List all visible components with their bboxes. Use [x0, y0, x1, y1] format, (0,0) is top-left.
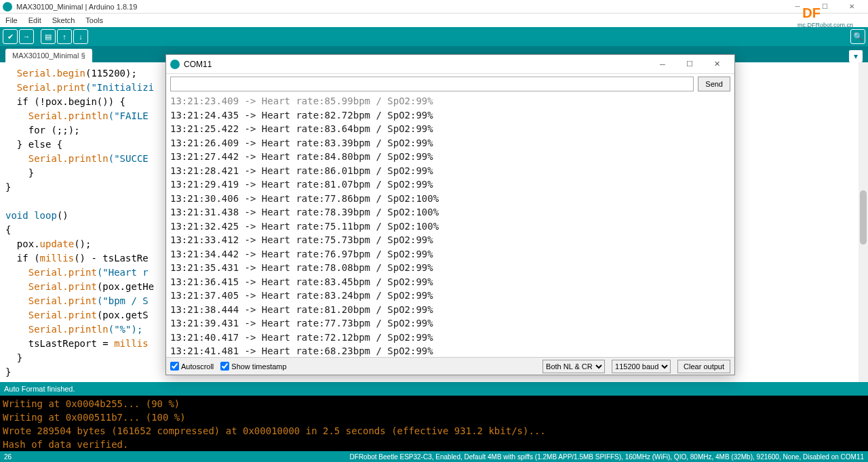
serial-line: 13:21:35.431 -> Heart rate:78.08bpm / Sp… — [170, 261, 730, 275]
serial-title: COM11 — [184, 60, 649, 69]
window-title: MAX30100_Minimal | Arduino 1.8.19 — [16, 3, 784, 11]
timestamp-input[interactable] — [220, 362, 229, 371]
code-line: for (;;); — [5, 125, 80, 135]
verify-button[interactable]: ✔ — [3, 29, 18, 44]
timestamp-checkbox[interactable]: Show timestamp — [220, 362, 286, 371]
board-info: DFRobot Beetle ESP32-C3, Enabled, Defaul… — [350, 453, 864, 461]
code-token: .println — [62, 153, 108, 164]
code-token: pox. — [5, 238, 40, 249]
serial-close-button[interactable]: ✕ — [703, 56, 730, 72]
autoscroll-checkbox[interactable]: Autoscroll — [170, 362, 214, 371]
code-token: Serial — [5, 110, 62, 121]
sketch-tab[interactable]: MAX30100_Minimal § — [5, 49, 92, 62]
vertical-scrollbar[interactable] — [859, 62, 868, 382]
serial-line: 13:21:26.409 -> Heart rate:83.39bpm / Sp… — [170, 136, 730, 150]
timestamp-label: Show timestamp — [231, 362, 286, 371]
code-token: Serial — [5, 310, 62, 320]
console-line: Hash of data verified. — [3, 439, 128, 450]
scrollbar-thumb[interactable] — [860, 190, 867, 245]
code-token: void — [5, 210, 34, 221]
serial-line: 13:21:28.421 -> Heart rate:86.01bpm / Sp… — [170, 164, 730, 178]
menu-edit[interactable]: Edit — [26, 15, 44, 26]
code-token: ("Heart r — [97, 267, 149, 278]
serial-line: 13:21:40.417 -> Heart rate:72.12bpm / Sp… — [170, 331, 730, 345]
main-titlebar: MAX30100_Minimal | Arduino 1.8.19 ─ ☐ ✕ — [0, 0, 868, 14]
serial-line: 13:21:23.409 -> Heart rate:85.99bpm / Sp… — [170, 94, 730, 108]
serial-line: 13:21:33.412 -> Heart rate:75.73bpm / Sp… — [170, 233, 730, 247]
serial-line: 13:21:36.415 -> Heart rate:83.45bpm / Sp… — [170, 275, 730, 289]
code-token: Serial — [5, 82, 51, 93]
autoscroll-input[interactable] — [170, 362, 179, 371]
serial-line: 13:21:29.419 -> Heart rate:81.07bpm / Sp… — [170, 177, 730, 192]
tab-menu-button[interactable]: ▾ — [849, 50, 863, 62]
code-token: () — [57, 210, 68, 221]
code-token: if ( — [5, 253, 40, 264]
serial-output[interactable]: 13:21:23.409 -> Heart rate:85.99bpm / Sp… — [166, 94, 734, 357]
serial-titlebar[interactable]: COM11 ─ ☐ ✕ — [166, 55, 734, 74]
code-token: (pox.getHe — [97, 281, 154, 292]
menu-sketch[interactable]: Sketch — [50, 15, 78, 26]
code-token: ("bpm / S — [97, 295, 149, 306]
code-token: ("%"); — [108, 324, 143, 335]
code-token: tsLastReport = — [5, 338, 114, 349]
code-token: (115200); — [85, 68, 137, 79]
code-line: } — [5, 366, 11, 377]
serial-line: 13:21:38.444 -> Heart rate:81.20bpm / Sp… — [170, 303, 730, 317]
code-token: .print — [62, 310, 97, 320]
df-logo: DF — [802, 5, 821, 21]
menu-tools[interactable]: Tools — [83, 15, 106, 26]
code-token: () - tsLastRe — [74, 253, 149, 264]
serial-line: 13:21:31.438 -> Heart rate:78.39bpm / Sp… — [170, 205, 730, 219]
status-bar: Auto Format finished. — [0, 382, 868, 396]
code-line: } else { — [5, 139, 62, 150]
menubar: File Edit Sketch Tools — [0, 14, 868, 27]
line-ending-select[interactable]: Both NL & CR — [542, 360, 605, 373]
serial-maximize-button[interactable]: ☐ — [676, 56, 703, 72]
serial-line: 13:21:25.422 -> Heart rate:83.64bpm / Sp… — [170, 122, 730, 136]
code-token: .println — [62, 324, 108, 335]
code-token: Serial — [5, 295, 62, 306]
serial-minimize-button[interactable]: ─ — [649, 56, 676, 72]
code-token: Serial — [5, 68, 51, 79]
code-token: ("Initializi — [85, 82, 154, 93]
serial-line: 13:21:41.481 -> Heart rate:68.23bpm / Sp… — [170, 344, 730, 357]
serial-send-input[interactable] — [170, 77, 694, 91]
code-token: Serial — [5, 267, 62, 278]
code-token: .print — [62, 295, 97, 306]
serial-bottom-bar: Autoscroll Show timestamp Both NL & CR 1… — [166, 357, 734, 375]
code-token: ("FAILE — [108, 110, 149, 121]
line-number: 26 — [4, 453, 12, 461]
bottom-statusbar: 26 DFRobot Beetle ESP32-C3, Enabled, Def… — [0, 451, 868, 462]
serial-line: 13:21:34.442 -> Heart rate:76.97bpm / Sp… — [170, 247, 730, 261]
open-button[interactable]: ↑ — [57, 29, 72, 44]
code-line: if (!pox.begin()) { — [5, 96, 125, 107]
new-button[interactable]: ▤ — [41, 29, 56, 44]
console-line: Writing at 0x000511b7... (100 %) — [3, 412, 186, 423]
toolbar: ✔ → ▤ ↑ ↓ 🔍 — [0, 27, 868, 46]
code-token: .println — [62, 110, 108, 121]
code-token: millis — [40, 253, 75, 264]
serial-send-button[interactable]: Send — [698, 77, 730, 91]
code-token: .begin — [51, 68, 85, 79]
build-console[interactable]: Writing at 0x0004b255... (90 %) Writing … — [0, 396, 868, 451]
close-button[interactable]: ✕ — [838, 0, 865, 14]
serial-line: 13:21:30.406 -> Heart rate:77.86bpm / Sp… — [170, 192, 730, 206]
serial-line: 13:21:24.435 -> Heart rate:82.72bpm / Sp… — [170, 108, 730, 123]
clear-output-button[interactable]: Clear output — [677, 360, 730, 373]
code-token: (); — [74, 238, 91, 249]
code-line: } — [5, 182, 11, 192]
save-button[interactable]: ↓ — [73, 29, 88, 44]
serial-line: 13:21:32.425 -> Heart rate:75.11bpm / Sp… — [170, 219, 730, 234]
autoscroll-label: Autoscroll — [181, 362, 214, 371]
menu-file[interactable]: File — [3, 15, 20, 26]
df-url: mc.DFRobot.com.cn — [797, 22, 853, 28]
serial-line: 13:21:27.442 -> Heart rate:84.80bpm / Sp… — [170, 150, 730, 164]
upload-button[interactable]: → — [19, 29, 34, 44]
serial-input-row: Send — [166, 74, 734, 94]
code-token: .print — [62, 281, 97, 292]
code-token: loop — [34, 210, 57, 221]
console-line: Writing at 0x0004b255... (90 %) — [3, 398, 180, 409]
serial-monitor-button[interactable]: 🔍 — [850, 29, 865, 44]
baud-select[interactable]: 115200 baud — [612, 360, 671, 373]
code-line: { — [5, 224, 11, 235]
